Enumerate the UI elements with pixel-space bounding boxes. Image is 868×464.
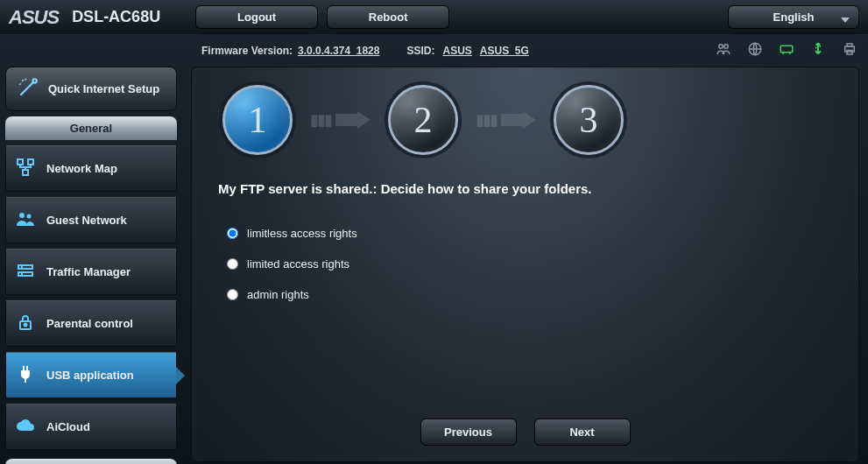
radio-label: limitless access rights — [247, 227, 357, 240]
sidebar-item-guest-network[interactable]: Guest Network — [5, 197, 177, 243]
svg-rect-11 — [23, 170, 28, 175]
printer-icon[interactable] — [842, 41, 857, 60]
svg-rect-4 — [780, 46, 793, 53]
svg-rect-14 — [18, 265, 32, 269]
network-status-icon[interactable] — [779, 41, 794, 60]
radio-label: limited access rights — [247, 257, 349, 271]
radio-input-limited[interactable] — [227, 258, 238, 270]
ssid-2[interactable]: ASUS_5G — [480, 45, 529, 57]
step-arrow-icon: ▮▮▮ — [476, 110, 536, 130]
sidebar-item-aicloud[interactable]: AiCloud — [5, 404, 177, 450]
previous-button[interactable]: Previous — [420, 418, 517, 446]
traffic-icon — [15, 260, 36, 284]
svg-point-13 — [27, 214, 32, 219]
next-button[interactable]: Next — [534, 418, 631, 446]
sidebar-item-network-map[interactable]: Network Map — [5, 145, 177, 192]
footer-buttons: Previous Next — [192, 418, 858, 446]
reboot-button[interactable]: Reboot — [327, 5, 449, 29]
step-2: 2 — [388, 85, 458, 155]
svg-rect-9 — [18, 159, 23, 165]
svg-point-17 — [25, 324, 27, 327]
radio-label: admin rights — [247, 288, 309, 301]
ssid-1[interactable]: ASUS — [442, 45, 471, 57]
nav-label: Guest Network — [46, 214, 127, 227]
sidebar-item-parental-control[interactable]: Parental control — [5, 300, 177, 347]
step-arrow-icon: ▮▮▮ — [310, 110, 370, 130]
cloud-icon — [15, 415, 36, 439]
clients-icon[interactable] — [716, 41, 731, 60]
globe-icon[interactable] — [747, 41, 763, 60]
usb-icon[interactable] — [810, 41, 826, 60]
svg-point-1 — [719, 45, 723, 49]
svg-marker-19 — [335, 111, 370, 129]
guests-icon — [15, 208, 36, 232]
main-panel: 1 ▮▮▮ 2 ▮▮▮ 3 My FTP server is shared.: … — [191, 67, 859, 462]
qis-label: Quick Internet Setup — [48, 82, 159, 95]
radio-input-limitless[interactable] — [227, 228, 238, 239]
fw-label: Firmware Version: — [201, 45, 293, 57]
svg-point-8 — [32, 79, 36, 82]
nav-label: Parental control — [46, 317, 133, 330]
radio-input-admin[interactable] — [227, 289, 238, 300]
lock-icon — [15, 312, 36, 335]
svg-rect-15 — [18, 272, 32, 276]
sidebar: Quick Internet Setup General Network Map… — [0, 67, 182, 462]
svg-rect-10 — [28, 159, 33, 165]
fw-version[interactable]: 3.0.0.4.374_1828 — [298, 45, 379, 57]
language-select[interactable]: English — [728, 5, 859, 29]
general-section-header: General — [5, 116, 177, 140]
svg-rect-6 — [847, 44, 852, 46]
sidebar-item-usb-application[interactable]: USB application — [5, 352, 177, 398]
quick-internet-setup-button[interactable]: Quick Internet Setup — [5, 67, 177, 111]
header: ASUS DSL-AC68U Logout Reboot English — [0, 0, 868, 34]
info-bar: Firmware Version: 3.0.0.4.374_1828 SSID:… — [0, 34, 868, 67]
step-1: 1 — [222, 85, 293, 155]
svg-point-12 — [19, 213, 25, 218]
logout-button[interactable]: Logout — [195, 5, 318, 29]
brand-logo: ASUS — [9, 6, 59, 29]
language-label: English — [773, 11, 815, 24]
plug-icon — [15, 363, 36, 387]
sidebar-item-traffic-manager[interactable]: Traffic Manager — [5, 249, 177, 295]
radio-admin[interactable]: admin rights — [227, 288, 832, 301]
page-title: My FTP server is shared.: Decide how to … — [218, 181, 832, 196]
model-name: DSL-AC68U — [72, 8, 160, 26]
svg-marker-20 — [501, 111, 536, 129]
nav-label: Traffic Manager — [46, 265, 131, 278]
nav-label: USB application — [46, 369, 134, 382]
nav-label: Network Map — [46, 162, 117, 175]
svg-point-2 — [724, 45, 729, 49]
svg-marker-0 — [841, 18, 850, 23]
radio-limited[interactable]: limited access rights — [227, 257, 832, 271]
network-icon — [15, 157, 36, 180]
advanced-section-header: Advanced Settings — [5, 459, 177, 464]
nav-label: AiCloud — [46, 420, 90, 433]
radio-limitless[interactable]: limitless access rights — [227, 227, 832, 240]
chevron-down-icon — [841, 14, 850, 27]
ssid-label: SSID: — [406, 45, 434, 57]
step-3: 3 — [554, 85, 624, 155]
wand-icon — [17, 76, 39, 102]
wizard-steps: 1 ▮▮▮ 2 ▮▮▮ 3 — [222, 85, 832, 155]
